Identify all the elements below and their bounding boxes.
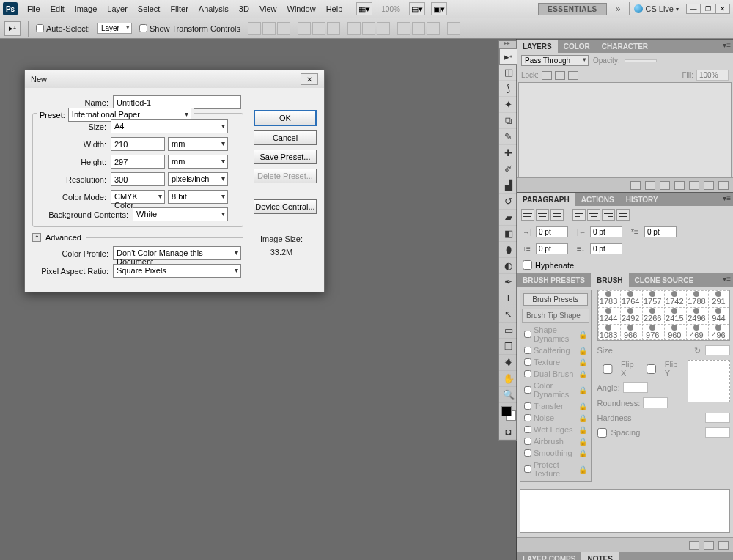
window-restore-button[interactable]: ❐ — [701, 4, 715, 14]
dialog-titlebar[interactable]: New ✕ — [25, 70, 324, 88]
brush-tip-cell[interactable]: 496 — [708, 324, 729, 340]
brush-option-noise[interactable]: Noise🔒 — [522, 412, 589, 424]
lock-all-icon[interactable] — [568, 71, 578, 80]
layer-fx-icon[interactable] — [645, 181, 655, 190]
spacing-checkbox[interactable] — [597, 428, 607, 438]
brush-option-smoothing[interactable]: Smoothing🔒 — [522, 447, 589, 459]
launch-bridge-icon[interactable]: ▦▾ — [356, 2, 372, 15]
tab-brush-presets[interactable]: BRUSH PRESETS — [517, 273, 591, 287]
tab-paragraph[interactable]: PARAGRAPH — [517, 193, 575, 206]
color-swatches[interactable] — [499, 403, 516, 424]
tab-clone-source[interactable]: CLONE SOURCE — [629, 273, 700, 287]
new-brush-icon[interactable] — [704, 541, 714, 550]
brush-option-color-dynamics[interactable]: Color Dynamics🔒 — [522, 380, 589, 400]
paragraph-panel-menu-icon[interactable]: ▾≡ — [723, 194, 731, 202]
new-layer-icon[interactable] — [704, 181, 714, 190]
width-input[interactable] — [111, 137, 165, 151]
link-layers-icon[interactable] — [630, 181, 641, 190]
brush-tip-cell[interactable]: 1788 — [686, 290, 707, 306]
save-preset-button[interactable]: Save Preset... — [254, 150, 317, 164]
brush-tip-cell[interactable]: 1083 — [598, 324, 619, 340]
tab-layers[interactable]: LAYERS — [517, 40, 558, 53]
auto-select-checkbox[interactable]: Auto-Select: — [36, 24, 90, 33]
height-unit-dropdown[interactable]: mm — [168, 155, 228, 169]
color-profile-dropdown[interactable]: Don't Color Manage this Document — [113, 246, 241, 260]
menu-image[interactable]: Image — [70, 2, 103, 15]
lock-pixels-icon[interactable] — [542, 71, 552, 80]
advanced-toggle-icon[interactable]: ⌃ — [32, 233, 41, 242]
menu-help[interactable]: Help — [321, 2, 348, 15]
show-transform-checkbox[interactable]: Show Transform Controls — [139, 24, 240, 33]
flip-y-checkbox[interactable] — [641, 364, 661, 374]
brush-option-wet-edges[interactable]: Wet Edges🔒 — [522, 424, 589, 435]
size-field[interactable] — [705, 345, 730, 355]
size-dropdown[interactable]: A4 — [111, 119, 228, 133]
brush-tip-cell[interactable]: 1764 — [620, 290, 641, 306]
hyphenate-checkbox[interactable]: Hyphenate — [517, 257, 733, 273]
justify-left-icon[interactable] — [572, 209, 586, 221]
tab-character[interactable]: CHARACTER — [596, 40, 654, 53]
indent-right-field[interactable] — [590, 226, 622, 237]
roundness-field[interactable] — [643, 397, 668, 408]
distribute-hcenter-icon[interactable] — [412, 22, 425, 35]
width-unit-dropdown[interactable]: mm — [168, 137, 228, 151]
eyedropper-tool[interactable]: ✎ — [499, 129, 517, 145]
cs-live-button[interactable]: CS Live▾ — [634, 4, 679, 13]
trash-icon[interactable] — [718, 181, 729, 190]
indent-left-field[interactable] — [536, 226, 568, 237]
blend-mode-dropdown[interactable]: Pass Through — [521, 55, 589, 66]
brush-option-dual-brush[interactable]: Dual Brush🔒 — [522, 368, 589, 380]
type-tool[interactable]: T — [499, 290, 517, 306]
pixel-aspect-dropdown[interactable]: Square Pixels — [113, 264, 241, 278]
dialog-close-button[interactable]: ✕ — [301, 73, 318, 85]
align-right-text-icon[interactable] — [550, 209, 564, 221]
pen-tool[interactable]: ✒ — [499, 274, 517, 290]
brush-tip-shape[interactable]: Brush Tip Shape — [522, 309, 589, 323]
brush-tip-grid[interactable]: 1783176417571742178829112442492226624152… — [597, 290, 730, 341]
layers-panel-menu-icon[interactable]: ▾≡ — [723, 41, 731, 49]
menu-layer[interactable]: Layer — [102, 2, 133, 15]
auto-align-icon[interactable] — [447, 22, 460, 35]
workspace-switcher[interactable]: ESSENTIALS — [538, 3, 607, 15]
first-line-indent-field[interactable] — [644, 226, 677, 237]
lock-position-icon[interactable] — [555, 71, 565, 80]
trash-brush-icon[interactable] — [718, 541, 729, 550]
brush-tip-cell[interactable]: 2266 — [642, 307, 663, 323]
justify-all-icon[interactable] — [616, 209, 630, 221]
justify-right-icon[interactable] — [602, 209, 615, 221]
menu-file[interactable]: File — [22, 2, 45, 15]
brush-option-transfer[interactable]: Transfer🔒 — [522, 400, 589, 412]
dodge-tool[interactable]: ◐ — [499, 258, 517, 274]
align-center-text-icon[interactable] — [536, 209, 549, 221]
layer-mask-icon[interactable] — [660, 181, 670, 190]
align-bottom-icon[interactable] — [277, 22, 290, 35]
menu-3d[interactable]: 3D — [234, 2, 254, 15]
tab-color[interactable]: COLOR — [558, 40, 596, 53]
menu-view[interactable]: View — [254, 2, 282, 15]
history-brush-tool[interactable]: ↺ — [499, 194, 517, 210]
toggle-preview-icon[interactable] — [689, 541, 699, 550]
resolution-unit-dropdown[interactable]: pixels/inch — [168, 172, 228, 186]
expand-workspaces-icon[interactable]: » — [611, 4, 625, 14]
brush-tip-cell[interactable]: 1244 — [598, 307, 619, 323]
opacity-field[interactable] — [625, 59, 657, 62]
align-left-icon[interactable] — [298, 22, 311, 35]
ok-button[interactable]: OK — [254, 110, 317, 126]
menu-window[interactable]: Window — [282, 2, 321, 15]
align-right-icon[interactable] — [327, 22, 340, 35]
quick-mask-toggle[interactable]: ◘ — [499, 424, 517, 440]
hardness-field[interactable] — [705, 413, 730, 423]
move-tool-icon[interactable]: ▸+ — [4, 21, 21, 36]
bit-depth-dropdown[interactable]: 8 bit — [168, 190, 228, 204]
toolbox-grip[interactable] — [499, 41, 516, 48]
menu-filter[interactable]: Filter — [165, 2, 193, 15]
brush-tip-cell[interactable]: 1742 — [664, 290, 685, 306]
fill-field[interactable]: 100% — [696, 70, 729, 81]
quick-select-tool[interactable]: ✦ — [499, 97, 517, 113]
flip-x-checkbox[interactable] — [597, 364, 618, 374]
bg-contents-dropdown[interactable]: White — [133, 207, 228, 221]
brush-tip-cell[interactable]: 960 — [664, 324, 685, 340]
view-extras-icon[interactable]: ▤▾ — [409, 2, 425, 15]
menu-select[interactable]: Select — [133, 2, 166, 15]
color-mode-dropdown[interactable]: CMYK Color — [111, 190, 165, 204]
